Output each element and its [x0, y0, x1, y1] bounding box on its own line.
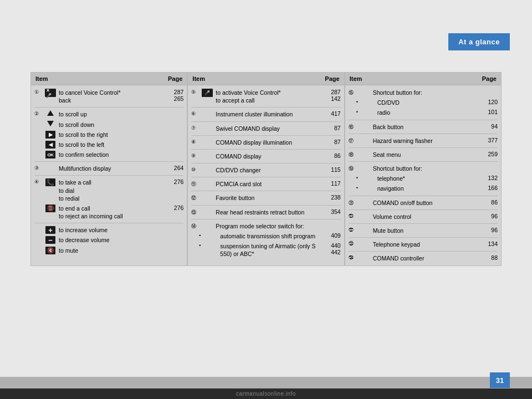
- table-row: ⑯ Back button 94: [349, 122, 498, 132]
- row-text: radio: [377, 109, 480, 116]
- table-row: ⑧ COMAND display illumination 87: [191, 137, 340, 147]
- row-page: 166: [482, 185, 498, 191]
- cancel-voice-icon-box: ✕🎤: [45, 89, 56, 97]
- row-text: Telephone keypad: [373, 241, 480, 248]
- table-row: • radio 101: [349, 108, 498, 117]
- divider: [349, 120, 498, 120]
- row-num: ⑬: [191, 208, 199, 216]
- row-page: 86: [325, 152, 341, 159]
- row-text: to scroll down: [59, 121, 166, 129]
- vol-minus-icon: −: [44, 236, 57, 244]
- divider: [191, 135, 340, 136]
- row-text: to increase volume: [59, 226, 166, 234]
- table-row: ⑫ Favorite button 238: [191, 193, 340, 203]
- table-row: ㉓ Telephone keypad 134: [349, 239, 498, 249]
- phone-call-icon: 📞: [44, 178, 57, 186]
- row-num: [34, 247, 42, 247]
- row-num: [34, 226, 42, 227]
- row-page: 120: [482, 99, 498, 105]
- table-row: • automatic transmission shift program 4…: [191, 231, 340, 241]
- phone-call-icon-box: 📞: [45, 178, 55, 186]
- table-row: • navigation 166: [349, 183, 498, 193]
- divider: [191, 149, 340, 150]
- main-content: Item Page ① ✕🎤 to cancel Voice Control*b…: [30, 72, 502, 266]
- row-text: Instrument cluster illumination: [216, 110, 323, 118]
- row-text: to take a callto dialto redial: [59, 178, 166, 202]
- row-num: [34, 236, 42, 237]
- divider: [349, 223, 498, 224]
- col3-item-header: Item: [350, 75, 362, 82]
- row-text: Back button: [373, 123, 480, 131]
- row-num: [34, 204, 42, 205]
- divider: [191, 219, 340, 219]
- table-row: 📵 to end a callto reject an incoming cal…: [34, 203, 183, 221]
- arrow-left-icon-box: ◀: [45, 141, 55, 149]
- row-num: [34, 141, 42, 141]
- header-banner: At a glance: [448, 33, 510, 50]
- row-text: Multifunction display: [59, 165, 166, 172]
- activate-voice-icon: 🎤: [201, 89, 213, 97]
- row-text: to activate Voice Control*to accept a ca…: [216, 89, 323, 104]
- row-text: Shortcut button for:: [373, 89, 480, 96]
- table-row: ⑩ CD/DVD changer 115: [191, 165, 340, 175]
- arrow-up-icon: [44, 110, 57, 116]
- row-text: to confirm selection: [59, 151, 166, 158]
- row-page: 440442: [325, 242, 341, 255]
- table-row: • telephone* 132: [349, 173, 498, 183]
- row-text: to scroll to the left: [59, 141, 166, 149]
- cancel-voice-icon: ✕🎤: [44, 89, 57, 97]
- table-row: • suspension tuning of Airmatic (only S …: [191, 241, 340, 259]
- col3-page-header: Page: [482, 75, 497, 82]
- row-page: 94: [482, 123, 498, 130]
- row-text: to mute: [59, 247, 166, 254]
- row-num: ㉓: [349, 241, 356, 247]
- row-page: 87: [325, 125, 341, 131]
- divider: [349, 134, 498, 134]
- table-row: + to increase volume: [34, 225, 183, 235]
- row-num: ⑯: [349, 123, 356, 131]
- watermark-bar: carmanualsonline.info: [0, 388, 532, 399]
- row-text: COMAND display illumination: [216, 139, 323, 146]
- row-text: Seat menu: [373, 151, 480, 158]
- col1-item-header: Item: [35, 75, 48, 82]
- table-row: ㉑ Volume control 96: [349, 212, 498, 222]
- col1-page-header: Page: [168, 75, 182, 82]
- table-row: ⑦ Swivel COMAND display 87: [191, 124, 340, 134]
- table-row: ⑪ PCMCIA card slot 117: [191, 179, 340, 189]
- table-row: ⑨ COMAND display 86: [191, 151, 340, 161]
- table-row: 🔇 to mute: [34, 245, 183, 255]
- row-num: ⑧: [191, 139, 199, 145]
- row-num: •: [356, 185, 361, 191]
- row-page: 287142: [325, 89, 341, 102]
- row-num: ⑮: [349, 89, 356, 96]
- row-text: telephone*: [377, 175, 480, 182]
- row-text: automatic transmission shift program: [220, 232, 323, 240]
- table-row: ⑰ Hazard warning flasher 377: [349, 136, 498, 146]
- row-num: ⑱: [349, 151, 356, 158]
- table-header-3: Item Page: [345, 73, 501, 85]
- divider: [191, 107, 340, 108]
- row-text: Volume control: [373, 213, 480, 221]
- row-text: COMAND controller: [373, 254, 480, 262]
- divider: [349, 196, 498, 196]
- row-text: navigation: [377, 185, 480, 192]
- row-text: COMAND on/off button: [373, 199, 480, 207]
- row-page: 96: [482, 213, 498, 219]
- row-text: to scroll to the right: [59, 131, 166, 139]
- table-row: ㉔ COMAND controller 88: [349, 253, 498, 263]
- divider: [34, 175, 183, 176]
- arrow-right-icon: ▶: [44, 131, 57, 139]
- table-row: OK to confirm selection: [34, 150, 183, 160]
- divider: [191, 177, 340, 177]
- divider: [349, 251, 498, 252]
- row-num: ㉔: [349, 254, 356, 260]
- row-num: ⑰: [349, 137, 356, 145]
- row-text: COMAND display: [216, 152, 323, 160]
- row-page: 117: [325, 180, 341, 187]
- row-page: 409: [325, 232, 341, 239]
- table-row: ③ Multifunction display 264: [34, 163, 183, 173]
- row-text: to scroll up: [59, 110, 166, 118]
- table-row: ⑭ Program mode selector switch for:: [191, 221, 340, 231]
- divider: [349, 237, 498, 238]
- table-panel-2: Item Page ⑤ 🎤 to activate Voice Control*…: [187, 72, 344, 266]
